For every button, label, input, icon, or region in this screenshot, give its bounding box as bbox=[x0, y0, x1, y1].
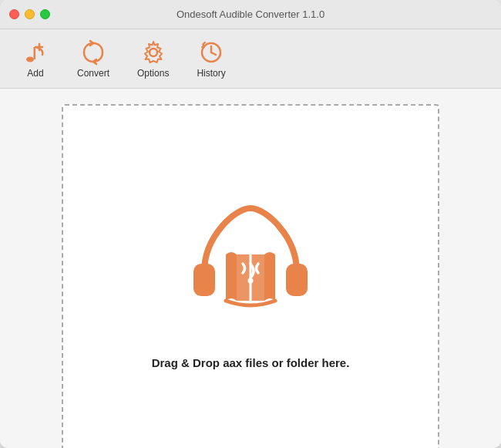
minimize-button[interactable] bbox=[25, 9, 35, 19]
svg-point-0 bbox=[26, 57, 34, 62]
audiobook-icon bbox=[173, 187, 328, 341]
toolbar: Add Convert bbox=[0, 29, 501, 89]
add-label: Add bbox=[27, 68, 43, 79]
title-bar: Ondesoft Audible Converter 1.1.0 bbox=[0, 0, 501, 29]
app-window: Ondesoft Audible Converter 1.1.0 bbox=[0, 0, 501, 448]
convert-icon bbox=[79, 39, 107, 66]
add-button[interactable]: Add bbox=[8, 34, 63, 83]
convert-label: Convert bbox=[77, 68, 109, 79]
options-icon bbox=[140, 39, 167, 66]
svg-point-11 bbox=[248, 278, 254, 283]
history-icon bbox=[197, 39, 225, 66]
drop-zone[interactable]: Drag & Drop aax files or folder here. bbox=[62, 104, 439, 448]
convert-button[interactable]: Convert bbox=[63, 34, 123, 83]
svg-point-4 bbox=[150, 49, 157, 56]
svg-rect-1 bbox=[34, 47, 36, 59]
history-button[interactable]: History bbox=[183, 34, 239, 83]
svg-rect-8 bbox=[193, 264, 215, 296]
svg-rect-9 bbox=[286, 264, 308, 296]
maximize-button[interactable] bbox=[40, 9, 50, 19]
add-icon bbox=[22, 39, 49, 66]
options-button[interactable]: Options bbox=[123, 34, 183, 83]
traffic-lights bbox=[9, 9, 50, 19]
window-title: Ondesoft Audible Converter 1.1.0 bbox=[177, 8, 324, 20]
options-label: Options bbox=[137, 68, 169, 79]
history-label: History bbox=[197, 68, 225, 79]
drop-zone-text: Drag & Drop aax files or folder here. bbox=[152, 356, 350, 369]
close-button[interactable] bbox=[9, 9, 19, 19]
svg-line-7 bbox=[211, 52, 216, 55]
main-content: Drag & Drop aax files or folder here. bbox=[0, 89, 501, 448]
